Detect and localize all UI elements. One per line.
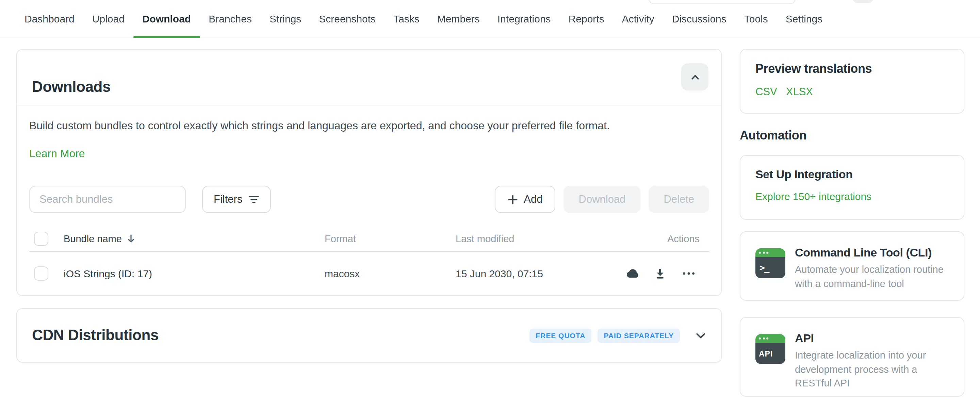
tab-strings[interactable]: Strings [261,0,310,37]
setup-integration-card: Set Up Integration Explore 150+ integrat… [740,155,964,220]
search-bundles-input[interactable] [29,186,186,213]
downloads-title: Downloads [32,78,111,96]
tab-label: Download [142,13,191,24]
tab-reports[interactable]: Reports [560,0,613,37]
api-description: Integrate localization into your develop… [795,348,949,390]
cli-description: Automate your localization routine with … [795,263,949,290]
add-label: Add [524,193,542,205]
bundle-last-modified: 15 Jun 2030, 07:15 [456,268,543,279]
tab-settings[interactable]: Settings [777,0,831,37]
tab-label: Tools [744,13,768,24]
tab-label: Reports [569,13,605,24]
chevron-down-icon [695,330,706,341]
tab-discussions[interactable]: Discussions [663,0,735,37]
tab-label: Dashboard [24,13,75,24]
top-navigation: Dashboard Upload Download Branches Strin… [0,0,980,37]
active-tab-underline [134,36,200,38]
column-bundle-name[interactable]: Bundle name [64,233,135,244]
setup-integration-title: Set Up Integration [756,168,949,182]
tab-activity[interactable]: Activity [613,0,663,37]
tab-label: Upload [92,13,124,24]
bundle-format: macosx [325,268,360,279]
tab-label: Tasks [393,13,420,24]
bundle-name[interactable]: iOS Strings (ID: 17) [64,268,152,279]
tab-label: Strings [269,13,301,24]
download-icon [655,268,666,279]
preview-translations-card: Preview translations CSV XLSX [740,49,964,114]
collapse-panel-button[interactable] [681,63,708,90]
csv-link[interactable]: CSV [756,86,777,98]
cdn-distributions-panel: CDN Distributions FREE QUOTA PAID SEPARA… [16,308,722,363]
automation-heading: Automation [740,128,807,143]
terminal-prompt-glyph: >_ [756,263,769,273]
api-title: API [795,332,949,346]
bundles-table-header: Bundle name Format Last modified Actions [29,227,709,252]
header-divider [17,105,721,105]
free-quota-badge: FREE QUOTA [530,328,592,343]
tab-integrations[interactable]: Integrations [488,0,560,37]
api-card[interactable]: API API Integrate localization into your… [740,317,964,397]
paid-separately-badge: PAID SEPARATELY [598,328,680,343]
api-glyph: API [756,349,773,357]
cli-card[interactable]: >_ Command Line Tool (CLI) Automate your… [740,231,964,301]
download-selected-button[interactable]: Download [564,186,641,213]
downloads-panel-header: Downloads [17,50,721,105]
api-icon: API [756,334,785,364]
explore-integrations-link[interactable]: Explore 150+ integrations [756,190,872,202]
tab-tools[interactable]: Tools [735,0,777,37]
cloud-export-button[interactable] [624,265,640,282]
download-bundle-button[interactable] [652,265,668,282]
chevron-up-icon [690,72,700,82]
ellipsis-icon [682,271,695,276]
more-actions-button[interactable] [681,265,697,282]
table-row: iOS Strings (ID: 17) macosx 15 Jun 2030,… [29,252,709,295]
cli-title: Command Line Tool (CLI) [795,246,949,260]
downloads-panel: Downloads Build custom bundles to contro… [16,49,722,296]
downloads-description: Build custom bundles to control exactly … [29,118,709,133]
sort-descending-icon [127,234,135,244]
column-format: Format [325,233,356,244]
add-bundle-button[interactable]: Add [495,186,555,213]
learn-more-link[interactable]: Learn More [29,148,85,160]
tab-tasks[interactable]: Tasks [385,0,428,37]
expand-panel-button[interactable] [695,330,706,341]
tab-branches[interactable]: Branches [200,0,261,37]
delete-selected-button[interactable]: Delete [649,186,709,213]
tab-download[interactable]: Download [134,0,200,37]
column-last-modified: Last modified [456,233,514,244]
tab-upload[interactable]: Upload [83,0,134,37]
tab-label: Integrations [498,13,551,24]
tab-label: Activity [622,13,654,24]
select-all-checkbox[interactable] [34,232,48,246]
bundles-toolbar: Filters Add Download [29,186,709,213]
filters-button[interactable]: Filters [202,186,271,213]
tab-members[interactable]: Members [428,0,488,37]
cloud-icon [624,268,640,279]
xlsx-link[interactable]: XLSX [786,86,813,98]
tab-dashboard[interactable]: Dashboard [16,0,83,37]
tab-screenshots[interactable]: Screenshots [310,0,385,37]
tab-label: Members [437,13,480,24]
plus-icon [508,194,517,205]
column-label: Bundle name [64,233,122,244]
column-actions: Actions [667,233,700,244]
tab-label: Screenshots [319,13,375,24]
cdn-badges: FREE QUOTA PAID SEPARATELY [530,328,680,343]
filter-icon [248,194,259,205]
terminal-icon: >_ [756,248,785,278]
preview-translations-title: Preview translations [756,62,949,76]
tab-label: Branches [208,13,252,24]
cdn-title: CDN Distributions [32,327,159,344]
tab-label: Discussions [672,13,727,24]
avatar[interactable] [853,0,873,3]
filters-label: Filters [214,193,242,205]
tab-label: Settings [786,13,822,24]
page: Dashboard Upload Download Branches Strin… [0,0,980,414]
row-actions [624,265,697,282]
row-checkbox[interactable] [34,266,48,281]
